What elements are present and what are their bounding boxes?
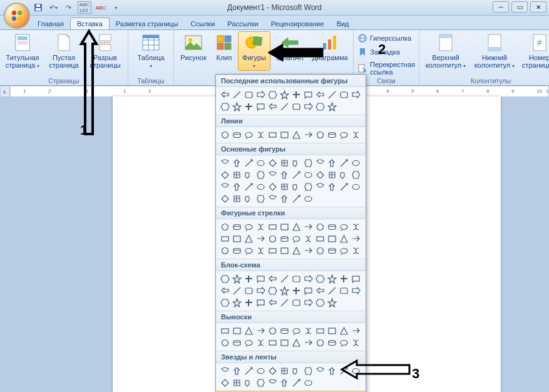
shape-option[interactable] [244,378,254,388]
tab-references[interactable]: Ссылки [185,18,222,29]
chart-button[interactable]: Диаграмма [309,31,351,63]
shape-option[interactable] [315,182,326,192]
shape-option[interactable] [303,338,314,348]
shape-option[interactable] [279,286,290,296]
shape-option[interactable] [351,274,361,284]
shape-option[interactable] [255,286,266,296]
shape-option[interactable] [291,366,302,376]
shape-option[interactable] [255,193,266,204]
footer-button[interactable]: Нижний колонтитул ▾ [471,31,518,71]
shape-option[interactable] [339,326,349,336]
redo-icon[interactable]: ↷ [63,2,74,13]
shape-option[interactable] [232,130,242,140]
shape-option[interactable] [255,366,266,376]
shape-option[interactable] [220,158,230,168]
shape-option[interactable] [339,274,349,284]
shape-option[interactable] [327,182,337,192]
shape-option[interactable] [244,234,254,244]
shape-option[interactable] [220,193,230,204]
shape-option[interactable] [267,170,278,180]
undo-icon[interactable]: ↶▾ [48,2,59,13]
shape-option[interactable] [339,158,349,168]
shape-option[interactable] [232,193,242,204]
qat-item-icon[interactable]: ABC [95,2,106,13]
shape-option[interactable] [220,130,230,140]
shape-option[interactable] [244,338,254,348]
shape-option[interactable] [303,274,314,284]
header-button[interactable]: Верхний колонтитул ▾ [422,31,469,71]
shape-option[interactable] [232,338,242,348]
tab-review[interactable]: Рецензирование [265,18,331,29]
shape-option[interactable] [291,274,302,284]
shape-option[interactable] [255,274,266,284]
shape-option[interactable] [315,130,326,140]
shape-option[interactable] [291,130,302,140]
shape-option[interactable] [303,366,314,376]
smartart-button[interactable]: SmartArt [272,31,308,63]
shape-option[interactable] [220,286,230,296]
shape-option[interactable] [232,326,242,336]
shape-option[interactable] [291,101,302,112]
shape-option[interactable] [232,222,242,232]
shape-option[interactable] [351,366,361,376]
shape-option[interactable] [303,170,314,180]
shape-option[interactable] [303,222,314,232]
shape-option[interactable] [255,378,266,388]
shape-option[interactable] [244,297,254,308]
office-button[interactable] [4,3,30,29]
shape-option[interactable] [351,222,361,232]
shape-option[interactable] [255,170,266,180]
shape-option[interactable] [303,326,314,336]
shape-option[interactable] [267,297,278,308]
qat-customize-icon[interactable]: ▾ [110,2,121,13]
shape-option[interactable] [232,366,242,376]
shape-option[interactable] [291,170,302,180]
shape-option[interactable] [244,326,254,336]
minimize-button[interactable]: ─ [493,1,509,13]
shape-option[interactable] [244,158,254,168]
shape-option[interactable] [279,90,290,100]
shape-option[interactable] [303,101,314,112]
shape-option[interactable] [351,338,361,348]
shape-option[interactable] [267,378,278,388]
shape-option[interactable] [244,366,254,376]
shape-option[interactable] [339,90,349,100]
shape-option[interactable] [339,130,349,140]
shape-option[interactable] [255,297,266,308]
shape-option[interactable] [220,338,230,348]
shape-option[interactable] [232,274,242,284]
shape-option[interactable] [267,222,278,232]
shape-option[interactable] [244,182,254,192]
tab-view[interactable]: Вид [331,18,356,29]
shape-option[interactable] [279,366,290,376]
shape-option[interactable] [351,326,361,336]
shape-option[interactable] [339,366,349,376]
shape-option[interactable] [244,130,254,140]
shape-option[interactable] [255,245,266,256]
shape-option[interactable] [279,101,290,112]
shape-option[interactable] [291,326,302,336]
clip-button[interactable]: Клип [212,31,237,63]
shape-option[interactable] [303,297,314,308]
shape-option[interactable] [232,297,242,308]
shape-option[interactable] [291,378,302,388]
shape-option[interactable] [267,366,278,376]
shape-option[interactable] [351,245,361,256]
shape-option[interactable] [291,193,302,204]
shape-option[interactable] [279,338,290,348]
shape-option[interactable] [315,286,326,296]
shape-option[interactable] [220,297,230,308]
shape-option[interactable] [279,222,290,232]
shape-option[interactable] [315,326,326,336]
shape-option[interactable] [267,130,278,140]
shape-option[interactable] [220,90,230,100]
shape-option[interactable] [255,338,266,348]
shape-option[interactable] [220,234,230,244]
shape-option[interactable] [315,158,326,168]
shape-option[interactable] [267,234,278,244]
shape-option[interactable] [327,158,337,168]
shape-option[interactable] [339,222,349,232]
shape-option[interactable] [255,222,266,232]
shape-option[interactable] [291,222,302,232]
maximize-button[interactable]: ▭ [511,1,528,13]
